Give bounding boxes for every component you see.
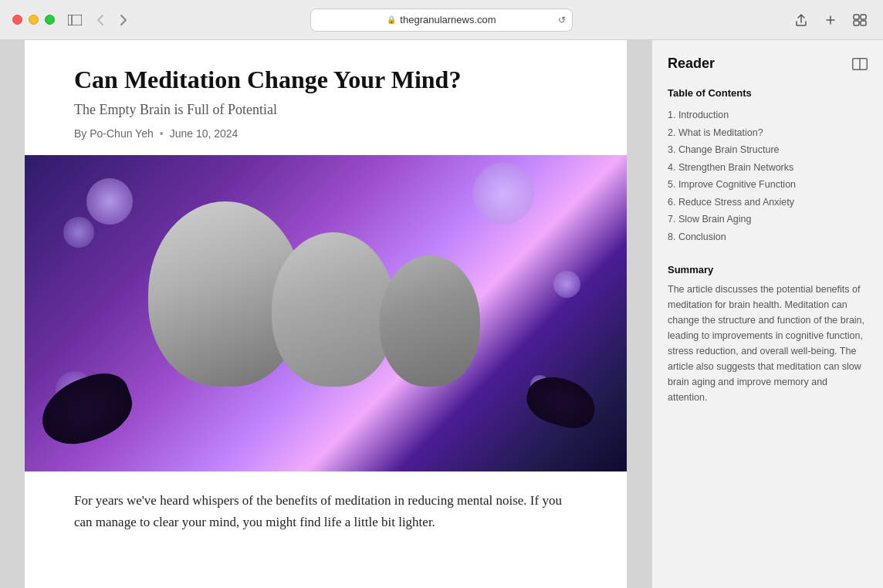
tabs-button[interactable] — [849, 12, 871, 29]
url-text: thegranularnews.com — [400, 14, 496, 25]
reader-title: Reader — [668, 56, 715, 72]
article-author: By Po-Chun Yeh — [74, 127, 154, 140]
new-tab-button[interactable] — [820, 12, 841, 29]
toc-item-what-is-meditation[interactable]: 2. What is Meditation? — [668, 124, 868, 142]
minimize-button[interactable] — [29, 15, 39, 25]
article-separator: • — [160, 127, 164, 140]
article-page: Can Meditation Change Your Mind? The Emp… — [25, 40, 627, 588]
back-button[interactable] — [92, 12, 109, 29]
titlebar: 🔒 thegranularnews.com ↺ — [0, 0, 883, 40]
toc-item-slow-aging[interactable]: 7. Slow Brain Aging — [668, 211, 868, 228]
article-image-placeholder — [25, 155, 627, 471]
svg-rect-2 — [854, 15, 859, 19]
toc-item-strengthen-brain[interactable]: 4. Strengthen Brain Networks — [668, 159, 868, 177]
article-image — [25, 155, 627, 471]
article-date: June 10, 2024 — [170, 127, 239, 140]
svg-rect-4 — [854, 21, 859, 25]
svg-rect-5 — [861, 21, 866, 25]
reload-button[interactable]: ↺ — [558, 15, 566, 25]
toc-item-reduce-stress[interactable]: 6. Reduce Stress and Anxiety — [668, 194, 868, 211]
article-subtitle: The Empty Brain is Full of Potential — [74, 102, 577, 118]
head-side2 — [380, 255, 480, 387]
summary-heading: Summary — [668, 264, 868, 275]
toc-section: Table of Contents 1. Introduction 2. Wha… — [668, 87, 868, 245]
summary-section: Summary The article discusses the potent… — [668, 264, 868, 405]
summary-text: The article discusses the potential bene… — [668, 282, 868, 405]
address-bar[interactable]: 🔒 thegranularnews.com ↺ — [310, 8, 573, 32]
toc-heading: Table of Contents — [668, 87, 868, 99]
head-side1 — [272, 232, 395, 387]
article-body-text: For years we've heard whispers of the be… — [74, 490, 577, 533]
close-button[interactable] — [12, 15, 22, 25]
maximize-button[interactable] — [45, 15, 55, 25]
toc-item-cognitive-function[interactable]: 5. Improve Cognitive Function — [668, 176, 868, 194]
toc-item-conclusion[interactable]: 8. Conclusion — [668, 228, 868, 246]
svg-rect-3 — [861, 15, 866, 19]
orb-3 — [472, 163, 534, 225]
reader-layout-button[interactable] — [852, 58, 868, 70]
reader-header: Reader — [668, 56, 868, 72]
svg-rect-0 — [68, 15, 82, 25]
orb-5 — [553, 271, 580, 298]
orb-2 — [63, 217, 94, 248]
content-area: Can Meditation Change Your Mind? The Emp… — [0, 40, 883, 588]
reader-sidebar: Reader Table of Contents 1. Introduction… — [651, 40, 883, 588]
share-button[interactable] — [790, 12, 812, 29]
article-meta: By Po-Chun Yeh • June 10, 2024 — [74, 127, 577, 140]
dark-blob1 — [32, 365, 140, 455]
article-body: For years we've heard whispers of the be… — [25, 471, 627, 588]
article-header: Can Meditation Change Your Mind? The Emp… — [25, 40, 627, 155]
toc-list: 1. Introduction 2. What is Meditation? 3… — [668, 106, 868, 245]
article-title: Can Meditation Change Your Mind? — [74, 65, 577, 94]
article-wrapper: Can Meditation Change Your Mind? The Emp… — [0, 40, 651, 588]
orb-1 — [86, 178, 133, 225]
traffic-lights — [12, 15, 55, 25]
toolbar-right — [790, 12, 871, 29]
sidebar-toggle-button[interactable] — [64, 12, 86, 29]
toolbar-left — [64, 12, 132, 29]
forward-button[interactable] — [115, 12, 132, 29]
lock-icon: 🔒 — [387, 15, 396, 24]
toc-item-change-brain[interactable]: 3. Change Brain Structure — [668, 141, 868, 159]
toc-item-introduction[interactable]: 1. Introduction — [668, 106, 868, 124]
